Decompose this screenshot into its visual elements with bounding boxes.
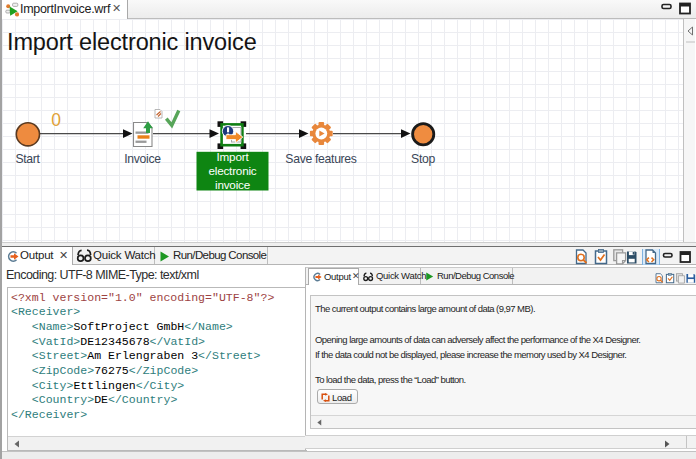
svg-text:electronic: electronic xyxy=(208,164,256,177)
svg-text:Start: Start xyxy=(15,152,40,166)
svg-text:Stop: Stop xyxy=(411,152,435,166)
svg-text:invoice: invoice xyxy=(215,178,250,191)
svg-text:Invoice: Invoice xyxy=(124,152,161,166)
svg-text:Import: Import xyxy=(217,150,250,163)
svg-text:0: 0 xyxy=(51,110,61,130)
svg-text:Save features: Save features xyxy=(285,152,357,166)
